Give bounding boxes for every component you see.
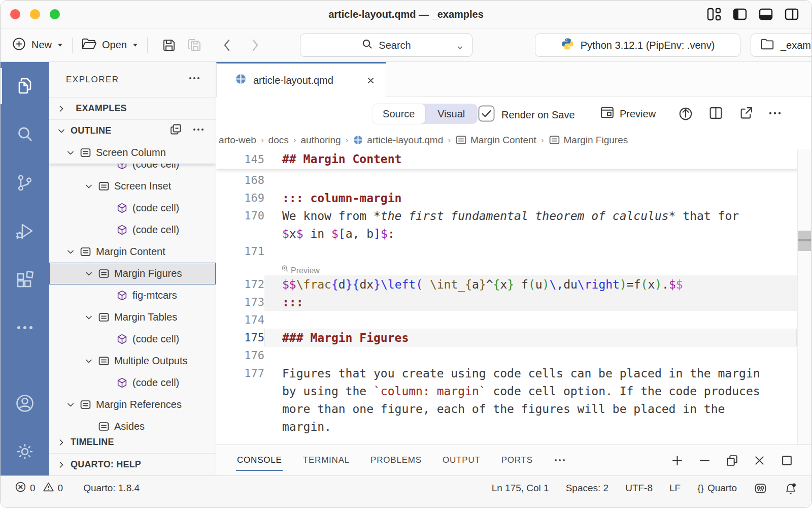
- code-line-173[interactable]: 173:::: [216, 293, 811, 311]
- editor-content[interactable]: 145## Margin Content 168169::: column-ma…: [216, 149, 811, 444]
- explorer-icon[interactable]: [1, 62, 49, 110]
- panel-tab-output[interactable]: OUTPUT: [443, 445, 481, 475]
- eol-setting[interactable]: LF: [669, 483, 681, 494]
- minimize-window-button[interactable]: [30, 9, 40, 19]
- search-chevron-down-icon[interactable]: [456, 42, 464, 54]
- chevron-down-icon[interactable]: [61, 248, 80, 256]
- outline-more-icon[interactable]: [192, 123, 205, 138]
- breadcrumb-item-margin-figures[interactable]: Margin Figures: [549, 134, 628, 146]
- line-content[interactable]: ### Margin Figures: [264, 329, 797, 346]
- chevron-down-icon[interactable]: [80, 182, 98, 190]
- toggle-left-panel-icon[interactable]: [732, 7, 748, 22]
- outline-item-screen-column[interactable]: Screen Column: [49, 142, 216, 164]
- outline-item-margin-tables[interactable]: Margin Tables: [49, 306, 216, 328]
- new-button[interactable]: New: [12, 37, 63, 54]
- panel-restore-icon[interactable]: [726, 454, 738, 467]
- notifications-bell-icon[interactable]: [784, 482, 797, 495]
- toggle-right-panel-icon[interactable]: [784, 7, 799, 22]
- zoom-window-button[interactable]: [50, 9, 60, 19]
- line-content[interactable]: Figures that you create using code cells…: [264, 364, 797, 382]
- outline-item-margin-figures[interactable]: Margin Figures: [49, 263, 216, 284]
- chevron-down-icon[interactable]: [80, 270, 98, 278]
- outline-item-code-cell[interactable]: (code cell): [49, 372, 216, 394]
- outline-item-multiple-outputs[interactable]: Multiple Outputs: [49, 350, 216, 372]
- outline-item-code-cell[interactable]: (code cell): [49, 328, 216, 350]
- settings-gear-icon[interactable]: [1, 427, 49, 475]
- warning-count[interactable]: 0: [43, 481, 63, 495]
- code-line-174[interactable]: 174: [216, 311, 811, 329]
- checkbox-checked-icon[interactable]: [478, 105, 495, 124]
- customize-layout-icon[interactable]: [706, 7, 722, 22]
- line-content[interactable]: $$\frac{d}{dx}\left( \int_{a}^{x} f(u)\,…: [264, 275, 797, 293]
- language-mode[interactable]: {} Quarto: [697, 483, 737, 494]
- panel-add-icon[interactable]: [671, 454, 684, 467]
- sidebar-section-timeline[interactable]: TIMELINE: [49, 431, 216, 453]
- line-content[interactable]: [264, 346, 797, 364]
- outline-item-screen-inset[interactable]: Screen Inset: [49, 175, 216, 197]
- tab-article-layout[interactable]: article-layout.qmd: [216, 62, 386, 97]
- forward-icon[interactable]: [251, 38, 260, 53]
- sticky-scroll-line[interactable]: 145## Margin Content: [216, 149, 811, 169]
- source-mode-button[interactable]: Source: [373, 104, 425, 124]
- line-content[interactable]: by using the `column: margin` code cell …: [264, 382, 797, 400]
- close-window-button[interactable]: [10, 9, 20, 19]
- error-count[interactable]: 0: [15, 481, 36, 495]
- save-icon[interactable]: [161, 38, 177, 53]
- panel-close-icon[interactable]: [753, 454, 766, 467]
- line-content[interactable]: [264, 311, 797, 329]
- search-view-icon[interactable]: [1, 110, 49, 158]
- outline-item-code-cell[interactable]: (code cell): [49, 197, 216, 219]
- split-editor-icon[interactable]: [708, 106, 723, 120]
- panel-minimize-icon[interactable]: [698, 454, 711, 467]
- outline-item-margin-references[interactable]: Margin References: [49, 394, 216, 416]
- extensions-icon[interactable]: [1, 255, 49, 303]
- code-line-wrap[interactable]: $x$ in $[a, b]$:: [216, 225, 811, 242]
- line-content[interactable]: [264, 171, 797, 189]
- back-icon[interactable]: [222, 38, 231, 53]
- line-content[interactable]: [264, 242, 797, 260]
- toggle-bottom-panel-icon[interactable]: [758, 7, 773, 22]
- outline-item-code-cell[interactable]: (code cell): [49, 164, 216, 175]
- editor-more-icon[interactable]: [768, 108, 782, 118]
- more-views-icon[interactable]: [1, 303, 49, 352]
- encoding-setting[interactable]: UTF-8: [625, 483, 653, 494]
- code-line-170[interactable]: 170We know from *the first fundamental t…: [216, 207, 811, 225]
- breadcrumb-item-docs[interactable]: docs: [268, 135, 289, 146]
- save-all-icon[interactable]: [187, 38, 203, 53]
- interpreter-button[interactable]: Python 3.12.1 (PipEnv: .venv): [535, 34, 740, 57]
- code-line-176[interactable]: 176: [216, 346, 811, 364]
- code-line-177[interactable]: 177Figures that you create using code ce…: [216, 364, 811, 382]
- panel-maximize-icon[interactable]: [781, 454, 793, 467]
- collapse-all-icon[interactable]: [169, 123, 182, 139]
- render-on-save-control[interactable]: Render on Save: [478, 105, 575, 124]
- outline-item-fig-mtcars[interactable]: fig-mtcars: [49, 284, 216, 306]
- open-external-icon[interactable]: [739, 106, 754, 120]
- line-content[interactable]: We know from *the first fundamental theo…: [264, 207, 797, 225]
- code-line-175[interactable]: 175### Margin Figures: [216, 329, 811, 346]
- line-content[interactable]: ::: column-margin: [264, 189, 797, 207]
- code-line-wrap[interactable]: more than one figure, each of the figure…: [216, 400, 811, 418]
- chevron-down-icon[interactable]: [80, 313, 98, 322]
- code-line-172[interactable]: 172$$\frac{d}{dx}\left( \int_{a}^{x} f(u…: [216, 275, 811, 293]
- outline-item-asides[interactable]: Asides: [49, 416, 216, 431]
- breadcrumb-item-margin-content[interactable]: Margin Content: [455, 134, 536, 146]
- publish-icon[interactable]: [678, 106, 693, 121]
- quarto-version[interactable]: Quarto: 1.8.4: [83, 483, 140, 494]
- panel-tab-ports[interactable]: PORTS: [501, 445, 533, 475]
- breadcrumb-item-arto-web[interactable]: arto-web: [219, 135, 256, 146]
- breadcrumb-item-article-layout-qmd[interactable]: article-layout.qmd: [353, 135, 443, 146]
- tab-close-icon[interactable]: [366, 76, 376, 85]
- panel-tab-console[interactable]: CONSOLE: [237, 445, 282, 475]
- chevron-down-icon[interactable]: [61, 401, 80, 409]
- sidebar-section-outline[interactable]: OUTLINE: [49, 119, 216, 142]
- outline-item-margin-content[interactable]: Margin Content: [49, 241, 216, 263]
- run-debug-icon[interactable]: [1, 207, 49, 255]
- feedback-smiley-icon[interactable]: [754, 482, 767, 495]
- open-button[interactable]: Open: [81, 37, 139, 54]
- code-line-171[interactable]: 171: [216, 242, 811, 260]
- preview-button[interactable]: Preview: [600, 105, 656, 122]
- line-content[interactable]: $x$ in $[a, b]$:: [264, 225, 797, 242]
- outline-item-code-cell[interactable]: (code cell): [49, 219, 216, 241]
- source-control-icon[interactable]: [1, 158, 49, 207]
- panel-tab-problems[interactable]: PROBLEMS: [370, 445, 422, 475]
